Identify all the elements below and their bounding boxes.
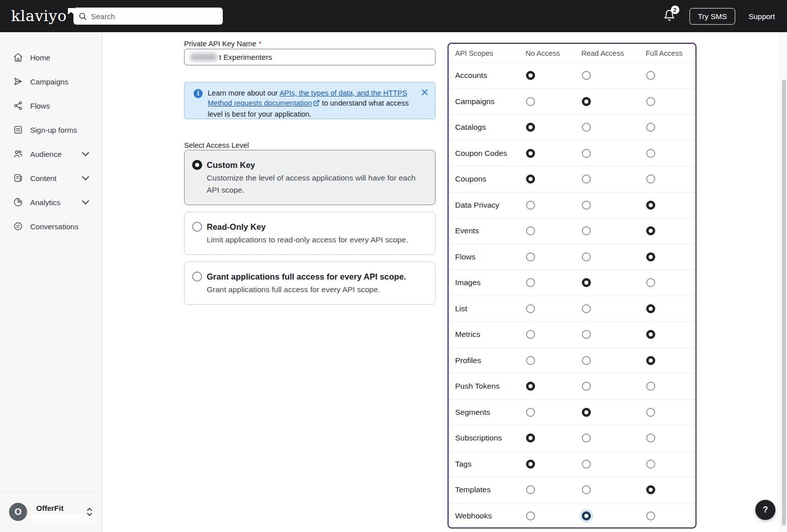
radio-read-access[interactable] <box>582 356 591 365</box>
support-link[interactable]: Support <box>748 12 775 21</box>
radio-no-access[interactable] <box>526 304 535 313</box>
radio-read-access[interactable] <box>582 226 591 235</box>
radio-full-access[interactable] <box>646 408 655 417</box>
access-option-read-only-key[interactable]: Read-Only Key Limit applications to read… <box>184 212 435 255</box>
scope-row: Events <box>449 218 695 244</box>
access-level-description: Grant applications full access for every… <box>207 284 425 296</box>
api-scopes-table: API Scopes No Access Read Access Full Ac… <box>448 43 696 528</box>
radio-full-access[interactable] <box>646 460 655 469</box>
scrollbar-track[interactable] <box>780 32 787 532</box>
radio-no-access[interactable] <box>526 252 535 261</box>
scope-name: Flows <box>455 252 475 261</box>
radio-no-access[interactable] <box>526 330 535 339</box>
radio-no-access[interactable] <box>526 226 535 235</box>
radio-read-access[interactable] <box>582 201 591 210</box>
radio-read-access[interactable] <box>582 408 591 417</box>
try-sms-button[interactable]: Try SMS <box>689 8 736 25</box>
radio-full-access[interactable] <box>646 278 655 287</box>
radio-full-access[interactable] <box>646 304 655 313</box>
radio-read-access[interactable] <box>582 252 591 261</box>
radio-no-access[interactable] <box>526 201 535 210</box>
radio-read-access[interactable] <box>582 511 591 520</box>
scrollbar-thumb[interactable] <box>782 79 786 525</box>
col-full-access: Full Access <box>646 49 682 57</box>
radio-full-access[interactable] <box>646 174 655 184</box>
radio-read-access[interactable] <box>582 485 591 494</box>
scope-row: Subscriptions <box>449 425 695 452</box>
radio-read-access[interactable] <box>582 330 591 339</box>
api-key-name-input[interactable]: t Experimenters <box>184 49 435 65</box>
radio-full-access[interactable] <box>646 149 655 158</box>
radio-full-access[interactable] <box>646 252 655 261</box>
sidebar-item-content[interactable]: Content <box>0 166 102 190</box>
account-name: OfferFit <box>36 504 63 512</box>
radio-read-access[interactable] <box>582 304 591 313</box>
search-input[interactable] <box>91 12 218 21</box>
radio-no-access[interactable] <box>526 174 535 184</box>
scope-row: List <box>449 296 695 322</box>
radio-read-access[interactable] <box>582 71 591 80</box>
help-button[interactable]: ? <box>755 500 775 520</box>
radio-read-access[interactable] <box>582 433 591 442</box>
radio-read-access[interactable] <box>582 460 591 469</box>
access-option-grant-applications-full-access[interactable]: Grant applications full access for every… <box>184 261 435 305</box>
scope-row: Catalogs <box>449 115 695 141</box>
radio-full-access[interactable] <box>646 511 655 520</box>
scope-row: Push Tokens <box>449 374 695 400</box>
radio-no-access[interactable] <box>526 408 535 417</box>
sidebar-item-flows[interactable]: Flows <box>0 94 102 118</box>
radio-no-access[interactable] <box>526 382 535 391</box>
radio-full-access[interactable] <box>646 97 655 106</box>
radio-full-access[interactable] <box>646 330 655 339</box>
scope-row: Metrics <box>449 322 695 348</box>
radio-read-access[interactable] <box>582 123 591 132</box>
radio-full-access[interactable] <box>646 123 655 132</box>
sidebar-item-analytics[interactable]: Analytics <box>0 190 102 214</box>
radio-full-access[interactable] <box>646 201 655 210</box>
radio-full-access[interactable] <box>646 71 655 80</box>
radio-no-access[interactable] <box>526 71 535 80</box>
radio-read-access[interactable] <box>582 174 591 184</box>
radio-no-access[interactable] <box>526 97 535 106</box>
sidebar-item-label: Analytics <box>30 198 60 207</box>
radio-no-access[interactable] <box>526 149 535 158</box>
radio-full-access[interactable] <box>646 226 655 235</box>
radio-no-access[interactable] <box>526 433 535 442</box>
access-level-radio[interactable] <box>192 222 202 232</box>
radio-no-access[interactable] <box>526 356 535 365</box>
close-icon[interactable] <box>420 88 429 97</box>
account-switcher-chevrons-icon[interactable] <box>85 507 94 517</box>
radio-read-access[interactable] <box>582 97 591 106</box>
scope-name: Accounts <box>455 71 487 80</box>
logo-text: klaviyo <box>11 7 67 25</box>
radio-no-access[interactable] <box>526 460 535 469</box>
sidebar-item-home[interactable]: Home <box>0 45 102 69</box>
radio-read-access[interactable] <box>582 149 591 158</box>
radio-no-access[interactable] <box>526 278 535 287</box>
radio-read-access[interactable] <box>582 382 591 391</box>
radio-no-access[interactable] <box>526 123 535 132</box>
radio-no-access[interactable] <box>526 511 535 520</box>
info-banner: i Learn more about our APIs, the types o… <box>184 82 435 119</box>
access-level-radio[interactable] <box>192 272 202 282</box>
sidebar-item-sign-up-forms[interactable]: Sign-up forms <box>0 118 102 142</box>
radio-full-access[interactable] <box>646 382 655 391</box>
radio-no-access[interactable] <box>526 485 535 494</box>
info-icon: i <box>194 89 203 98</box>
sidebar-item-audience[interactable]: Audience <box>0 142 102 166</box>
scope-row: Tags <box>449 452 695 478</box>
notifications-button[interactable]: 2 <box>663 9 676 24</box>
radio-full-access[interactable] <box>646 356 655 365</box>
radio-read-access[interactable] <box>582 278 591 287</box>
radio-full-access[interactable] <box>646 433 655 442</box>
sidebar-item-conversations[interactable]: Conversations <box>0 214 102 238</box>
access-level-radio[interactable] <box>192 160 202 170</box>
access-option-custom-key[interactable]: Custom Key Customize the level of access… <box>184 150 435 205</box>
scope-name: Events <box>455 226 479 235</box>
scope-row: Campaigns <box>449 89 695 115</box>
klaviyo-logo[interactable]: klaviyo <box>11 7 74 25</box>
account-switcher[interactable]: O OfferFit <box>0 491 103 532</box>
radio-full-access[interactable] <box>646 485 655 494</box>
sidebar-item-campaigns[interactable]: Campaigns <box>0 69 102 94</box>
global-search[interactable] <box>73 8 223 25</box>
